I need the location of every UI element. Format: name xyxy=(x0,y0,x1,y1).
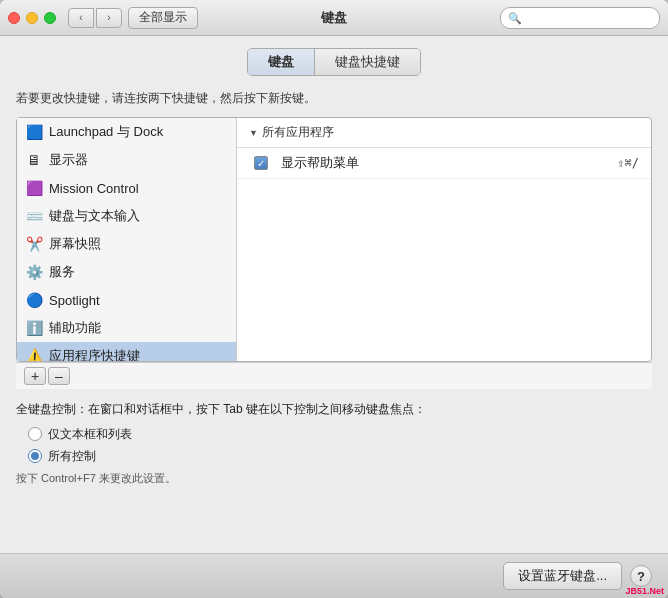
sidebar-item-mission[interactable]: 🟪 Mission Control xyxy=(17,174,236,202)
sidebar-item-services-label: 服务 xyxy=(49,263,75,281)
title-bar: ‹ › 全部显示 键盘 🔍 xyxy=(0,0,668,36)
maximize-button[interactable] xyxy=(44,12,56,24)
sidebar-item-launchpad-label: Launchpad 与 Dock xyxy=(49,123,163,141)
search-box: 🔍 xyxy=(500,7,660,29)
tab-bar: 键盘 键盘快捷键 xyxy=(16,48,652,76)
radio-label-all-controls: 所有控制 xyxy=(48,448,96,465)
radio-circle-all-controls xyxy=(28,449,42,463)
sidebar-item-services[interactable]: ⚙️ 服务 xyxy=(17,258,236,286)
checkbox-cell[interactable]: ✓ xyxy=(249,156,273,170)
sidebar-item-spotlight[interactable]: 🔵 Spotlight xyxy=(17,286,236,314)
search-input[interactable] xyxy=(500,7,660,29)
right-panel-header: 所有应用程序 xyxy=(237,118,651,148)
checkbox-checked: ✓ xyxy=(254,156,268,170)
add-button[interactable]: + xyxy=(24,367,46,385)
radio-group: 仅文本框和列表 所有控制 xyxy=(28,426,652,465)
radio-text-only[interactable]: 仅文本框和列表 xyxy=(28,426,652,443)
sidebar-item-app-shortcuts[interactable]: ⚠️ 应用程序快捷键 xyxy=(17,342,236,361)
accessibility-icon: ℹ️ xyxy=(25,319,43,337)
sidebar-item-accessibility-label: 辅助功能 xyxy=(49,319,101,337)
screenshot-icon: ✂️ xyxy=(25,235,43,253)
bottom-hint: 按下 Control+F7 来更改此设置。 xyxy=(16,471,652,486)
sidebar-item-keyboard-input-label: 键盘与文本输入 xyxy=(49,207,140,225)
traffic-lights xyxy=(8,12,56,24)
sidebar-item-display[interactable]: 🖥 显示器 xyxy=(17,146,236,174)
main-panel: 🟦 Launchpad 与 Dock 🖥 显示器 🟪 Mission Contr… xyxy=(16,117,652,362)
bluetooth-button[interactable]: 设置蓝牙键盘... xyxy=(503,562,622,590)
sidebar-item-mission-label: Mission Control xyxy=(49,181,139,196)
app-shortcuts-icon: ⚠️ xyxy=(25,347,43,361)
radio-dot xyxy=(31,452,39,460)
left-list: 🟦 Launchpad 与 Dock 🖥 显示器 🟪 Mission Contr… xyxy=(17,118,237,361)
nav-buttons: ‹ › xyxy=(68,8,122,28)
row-label: 显示帮助菜单 xyxy=(273,154,617,172)
radio-all-controls[interactable]: 所有控制 xyxy=(28,448,652,465)
mission-icon: 🟪 xyxy=(25,179,43,197)
content-area: 键盘 键盘快捷键 若要更改快捷键，请连按两下快捷键，然后按下新按键。 🟦 Lau… xyxy=(0,36,668,553)
watermark: JB51.Net xyxy=(625,586,664,596)
services-icon: ⚙️ xyxy=(25,263,43,281)
description-text: 若要更改快捷键，请连按两下快捷键，然后按下新按键。 xyxy=(16,90,652,107)
keyboard-input-icon: ⌨️ xyxy=(25,207,43,225)
add-remove-bar: + – xyxy=(16,362,652,389)
radio-label-text-only: 仅文本框和列表 xyxy=(48,426,132,443)
show-all-button[interactable]: 全部显示 xyxy=(128,7,198,29)
right-panel: 所有应用程序 ✓ 显示帮助菜单 ⇧⌘/ xyxy=(237,118,651,361)
full-keyboard-label: 全键盘控制：在窗口和对话框中，按下 Tab 键在以下控制之间移动键盘焦点： xyxy=(16,401,652,418)
sidebar-item-app-shortcuts-label: 应用程序快捷键 xyxy=(49,347,140,361)
table-row: ✓ 显示帮助菜单 ⇧⌘/ xyxy=(237,148,651,179)
sidebar-item-accessibility[interactable]: ℹ️ 辅助功能 xyxy=(17,314,236,342)
help-button[interactable]: ? xyxy=(630,565,652,587)
minimize-button[interactable] xyxy=(26,12,38,24)
forward-button[interactable]: › xyxy=(96,8,122,28)
tab-bar-container: 键盘 键盘快捷键 xyxy=(247,48,421,76)
search-icon: 🔍 xyxy=(508,11,522,24)
sidebar-item-launchpad[interactable]: 🟦 Launchpad 与 Dock xyxy=(17,118,236,146)
sidebar-item-screenshot[interactable]: ✂️ 屏幕快照 xyxy=(17,230,236,258)
window-title: 键盘 xyxy=(321,9,347,27)
bottom-bar: 设置蓝牙键盘... ? JB51.Net xyxy=(0,553,668,598)
tab-keyboard[interactable]: 键盘 xyxy=(248,49,315,75)
main-window: ‹ › 全部显示 键盘 🔍 键盘 键盘快捷键 若要更改快捷键，请连按两下快捷键，… xyxy=(0,0,668,598)
spotlight-icon: 🔵 xyxy=(25,291,43,309)
row-shortcut: ⇧⌘/ xyxy=(617,156,639,170)
remove-button[interactable]: – xyxy=(48,367,70,385)
close-button[interactable] xyxy=(8,12,20,24)
bottom-section: 全键盘控制：在窗口和对话框中，按下 Tab 键在以下控制之间移动键盘焦点： 仅文… xyxy=(16,401,652,486)
sidebar-item-keyboard-input[interactable]: ⌨️ 键盘与文本输入 xyxy=(17,202,236,230)
back-button[interactable]: ‹ xyxy=(68,8,94,28)
tab-shortcuts[interactable]: 键盘快捷键 xyxy=(315,49,420,75)
radio-circle-text-only xyxy=(28,427,42,441)
launchpad-icon: 🟦 xyxy=(25,123,43,141)
sidebar-item-spotlight-label: Spotlight xyxy=(49,293,100,308)
sidebar-item-screenshot-label: 屏幕快照 xyxy=(49,235,101,253)
sidebar-item-display-label: 显示器 xyxy=(49,151,88,169)
display-icon: 🖥 xyxy=(25,151,43,169)
